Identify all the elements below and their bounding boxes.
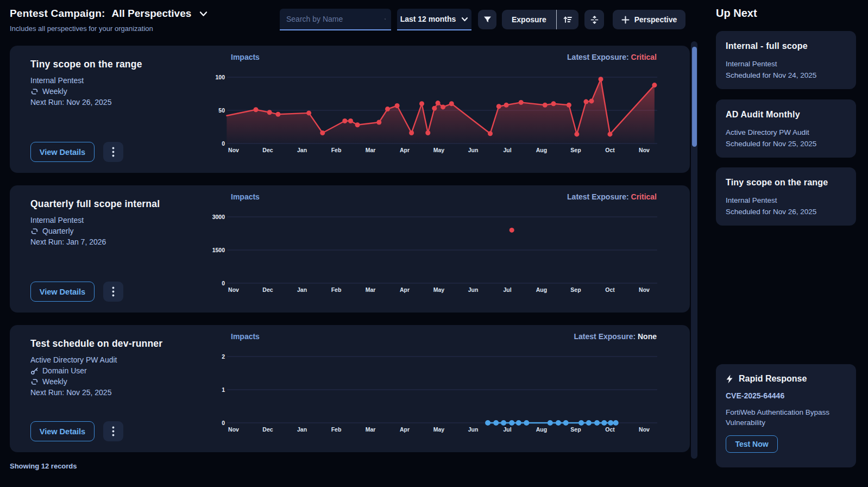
campaign-name: Tiny scope on the range — [30, 59, 193, 70]
unfold-vertical-icon — [590, 15, 599, 24]
campaign-card: Quarterly full scope internal Internal P… — [10, 185, 690, 313]
svg-text:Oct: Oct — [605, 147, 615, 153]
up-next-type: Internal Pentest — [726, 58, 846, 70]
scrollbar-track[interactable] — [691, 41, 697, 459]
campaign-type: Internal Pentest — [30, 75, 193, 86]
filter-icon — [483, 15, 492, 24]
svg-text:May: May — [433, 147, 445, 153]
svg-text:Aug: Aug — [536, 147, 547, 153]
up-next-name: Tiny scope on the range — [726, 178, 846, 188]
exposure-sort-group: Exposure — [502, 10, 578, 29]
svg-text:Aug: Aug — [536, 426, 547, 433]
chart-title: Impacts — [231, 192, 260, 201]
campaign-frequency: Weekly — [30, 376, 193, 387]
svg-text:Apr: Apr — [400, 286, 410, 293]
add-perspective-button[interactable]: Perspective — [613, 10, 685, 29]
latest-exposure: Latest Exposure: Critical — [567, 192, 657, 201]
svg-text:3000: 3000 — [212, 214, 225, 220]
kebab-menu-icon — [112, 147, 115, 157]
up-next-name: AD Audit Monthly — [726, 110, 846, 120]
svg-text:Jan: Jan — [297, 426, 307, 433]
repeat-icon — [30, 378, 39, 386]
svg-text:Mar: Mar — [366, 426, 376, 433]
unfold-vertical-button[interactable] — [584, 10, 604, 29]
chart-title: Impacts — [231, 53, 260, 61]
svg-text:Mar: Mar — [366, 147, 376, 153]
campaign-frequency: Quarterly — [30, 226, 193, 236]
svg-text:Dec: Dec — [262, 147, 273, 153]
campaign-card: Tiny scope on the range Internal Pentest… — [10, 46, 690, 173]
svg-text:50: 50 — [218, 107, 225, 114]
rapid-response-title: Rapid Response — [739, 374, 807, 384]
time-range-select[interactable]: Last 12 months — [397, 9, 471, 30]
svg-text:Feb: Feb — [331, 286, 342, 293]
up-next-card[interactable]: Tiny scope on the range Internal Pentest… — [716, 167, 856, 226]
card-menu-button[interactable] — [103, 421, 123, 441]
latest-exposure: Latest Exposure: None — [574, 332, 657, 341]
svg-text:Mar: Mar — [366, 286, 376, 293]
exposure-sort-field-button[interactable]: Exposure — [502, 10, 556, 29]
records-count-status: Showing 12 records — [10, 462, 77, 470]
repeat-icon — [30, 227, 39, 235]
svg-text:Feb: Feb — [331, 147, 342, 153]
chart-plot: 100500NovDecJanFebMarAprMayJunJulAugSepO… — [201, 70, 660, 161]
svg-text:1: 1 — [222, 386, 225, 393]
view-details-button[interactable]: View Details — [30, 282, 95, 302]
up-next-scheduled: Scheduled for Nov 25, 2025 — [726, 138, 846, 149]
view-details-button[interactable]: View Details — [30, 142, 95, 162]
impacts-chart: Impacts Latest Exposure: Critical 300015… — [201, 185, 660, 313]
latest-exposure: Latest Exposure: Critical — [567, 53, 657, 61]
lightning-bolt-icon — [726, 374, 733, 384]
impacts-chart: Impacts Latest Exposure: Critical 100500… — [201, 46, 660, 173]
svg-text:Oct: Oct — [605, 426, 615, 433]
test-now-button[interactable]: Test Now — [726, 435, 778, 453]
svg-text:May: May — [433, 426, 445, 433]
perspective-selector[interactable]: All Perspectives — [112, 8, 209, 20]
svg-text:Jun: Jun — [468, 147, 479, 153]
plus-icon — [621, 16, 630, 24]
svg-text:Aug: Aug — [536, 286, 547, 293]
svg-text:Apr: Apr — [400, 426, 410, 433]
campaign-credential: Domain User — [30, 365, 193, 376]
up-next-card[interactable]: AD Audit Monthly Active Directory PW Aud… — [716, 99, 856, 158]
svg-text:Oct: Oct — [605, 286, 615, 293]
card-menu-button[interactable] — [103, 142, 123, 162]
svg-text:Jul: Jul — [503, 426, 511, 433]
svg-text:0: 0 — [222, 280, 225, 286]
exposure-value: Critical — [631, 53, 657, 61]
svg-text:Nov: Nov — [228, 426, 239, 433]
card-menu-button[interactable] — [103, 282, 123, 302]
svg-text:Jan: Jan — [297, 286, 307, 293]
rapid-response-card: Rapid Response CVE-2025-64446 FortiWeb A… — [716, 364, 856, 467]
scrollbar-thumb[interactable] — [692, 47, 697, 147]
search-box — [280, 9, 391, 30]
svg-text:Sep: Sep — [570, 147, 581, 153]
svg-text:Feb: Feb — [331, 426, 342, 433]
campaign-type: Internal Pentest — [30, 215, 193, 226]
sort-ascending-icon — [563, 15, 573, 24]
sort-direction-button[interactable] — [557, 10, 578, 29]
up-next-card[interactable]: Internal - full scope Internal Pentest S… — [716, 31, 856, 89]
search-input[interactable] — [286, 15, 385, 23]
key-icon — [30, 367, 39, 375]
svg-text:Apr: Apr — [400, 147, 410, 153]
pentest-campaign-dashboard: Pentest Campaign: All Perspectives Inclu… — [0, 0, 868, 487]
campaign-next-run: Next Run: Nov 25, 2025 — [30, 387, 193, 398]
campaign-name: Quarterly full scope internal — [30, 198, 193, 210]
chart-plot: 210NovDecJanFebMarAprMayJunJulAugSepOctN… — [201, 349, 660, 441]
svg-text:1500: 1500 — [212, 247, 225, 253]
impacts-chart: Impacts Latest Exposure: None 210NovDecJ… — [201, 325, 660, 452]
view-details-button[interactable]: View Details — [30, 421, 95, 441]
kebab-menu-icon — [112, 426, 115, 436]
svg-text:Jul: Jul — [503, 286, 511, 293]
campaign-next-run: Next Run: Jan 7, 2026 — [30, 236, 193, 247]
campaign-next-run: Next Run: Nov 26, 2025 — [30, 97, 193, 108]
filter-button[interactable] — [478, 10, 496, 29]
exposure-value: Critical — [631, 192, 657, 201]
add-perspective-label: Perspective — [634, 15, 677, 24]
svg-text:Sep: Sep — [570, 426, 581, 433]
up-next-scheduled: Scheduled for Nov 24, 2025 — [726, 70, 846, 81]
rapid-response-cve: CVE-2025-64446 — [726, 391, 846, 400]
up-next-scheduled: Scheduled for Nov 26, 2025 — [726, 206, 846, 217]
svg-text:May: May — [433, 286, 445, 293]
